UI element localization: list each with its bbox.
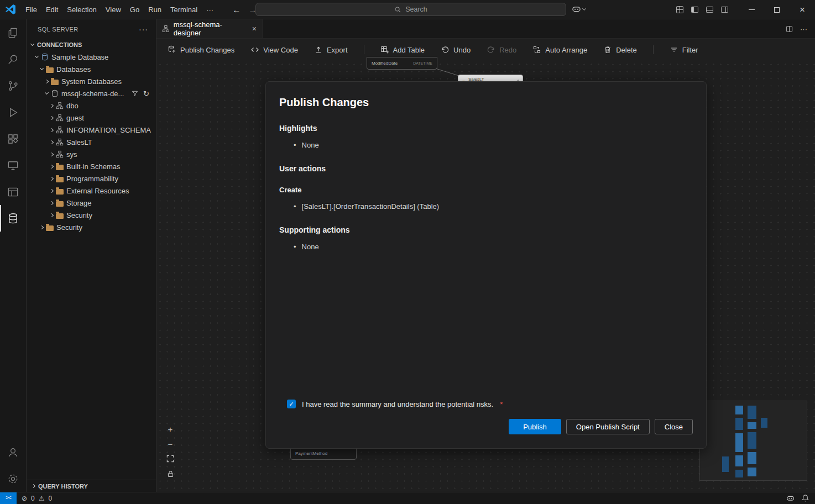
tree-item-security[interactable]: Security bbox=[27, 209, 156, 221]
split-editor-icon[interactable] bbox=[785, 25, 793, 33]
connections-section-header[interactable]: CONNECTIONS bbox=[27, 39, 156, 51]
sidebar-more-actions-icon[interactable]: ··· bbox=[139, 25, 148, 34]
undo-button[interactable]: Undo bbox=[441, 45, 471, 54]
explorer-icon[interactable] bbox=[0, 19, 26, 46]
copilot-status-icon[interactable] bbox=[786, 494, 795, 502]
notifications-bell-icon[interactable] bbox=[801, 494, 809, 502]
redo-button[interactable]: Redo bbox=[487, 45, 516, 54]
account-icon[interactable] bbox=[0, 439, 26, 465]
toggle-panel-icon[interactable] bbox=[704, 4, 715, 15]
menu-selection[interactable]: Selection bbox=[62, 4, 101, 15]
menu-go[interactable]: Go bbox=[126, 4, 144, 15]
refresh-icon[interactable]: ↻ bbox=[143, 90, 149, 98]
remote-explorer-icon[interactable] bbox=[0, 152, 26, 179]
nav-back-icon[interactable]: ← bbox=[232, 5, 241, 14]
extensions-icon[interactable] bbox=[0, 125, 26, 152]
undo-label: Undo bbox=[453, 46, 471, 54]
panels-view-icon[interactable] bbox=[0, 179, 26, 205]
schema-designer-icon bbox=[162, 25, 170, 33]
publish-changes-label: Publish Changes bbox=[180, 46, 234, 54]
filter-button[interactable]: Filter bbox=[670, 45, 698, 54]
close-button[interactable]: Close bbox=[655, 419, 693, 434]
tree-item-programmability[interactable]: Programmability bbox=[27, 172, 156, 185]
vscode-logo-icon bbox=[5, 4, 16, 15]
sql-server-sidebar: SQL SERVER ··· CONNECTIONS Sample Databa… bbox=[27, 19, 156, 492]
delete-button[interactable]: Delete bbox=[603, 45, 637, 54]
lock-button[interactable] bbox=[165, 469, 175, 479]
tree-item-saleslt[interactable]: SalesLT bbox=[27, 136, 156, 148]
copilot-menu[interactable] bbox=[572, 4, 586, 14]
tree-item-sample-database[interactable]: Sample Database bbox=[27, 51, 156, 63]
menu-file[interactable]: File bbox=[21, 4, 41, 15]
chevron-right-icon bbox=[50, 164, 54, 168]
zoom-fit-button[interactable] bbox=[165, 454, 175, 464]
export-button[interactable]: Export bbox=[314, 45, 348, 54]
publish-changes-button[interactable]: Publish Changes bbox=[168, 45, 234, 54]
menu-more[interactable]: ··· bbox=[202, 4, 218, 15]
tree-item-system-databases[interactable]: System Databases bbox=[27, 75, 156, 87]
tree-item-databases[interactable]: Databases bbox=[27, 63, 156, 75]
toggle-secondary-sidebar-icon[interactable] bbox=[719, 4, 730, 15]
risk-acknowledge-checkbox[interactable]: ✓ bbox=[287, 400, 296, 408]
filter-lines-icon bbox=[670, 45, 678, 54]
minimize-button[interactable] bbox=[739, 0, 764, 19]
tree-item-built-in-schemas[interactable]: Built-in Schemas bbox=[27, 160, 156, 172]
database-icon bbox=[41, 53, 49, 61]
zoom-out-button[interactable]: − bbox=[165, 439, 175, 449]
schema-icon bbox=[56, 138, 64, 146]
chevron-down-icon bbox=[35, 54, 39, 58]
command-center-search[interactable]: Search bbox=[255, 3, 566, 16]
open-publish-script-button[interactable]: Open Publish Script bbox=[566, 419, 650, 434]
tree-item-sys[interactable]: sys bbox=[27, 148, 156, 160]
filter-funnel-icon[interactable] bbox=[132, 90, 138, 97]
tab-mssql-schema-designer[interactable]: mssql-schema-designer × bbox=[156, 19, 263, 38]
schema-icon bbox=[56, 114, 64, 122]
tree-item-dbo[interactable]: dbo bbox=[27, 99, 156, 112]
menu-terminal[interactable]: Terminal bbox=[166, 4, 202, 15]
run-debug-icon[interactable] bbox=[0, 99, 26, 125]
source-control-icon[interactable] bbox=[0, 72, 26, 99]
search-icon bbox=[394, 6, 401, 13]
add-table-icon bbox=[380, 45, 389, 54]
menu-run[interactable]: Run bbox=[144, 4, 166, 15]
view-code-button[interactable]: View Code bbox=[250, 45, 298, 54]
sql-server-view-icon[interactable] bbox=[0, 205, 26, 232]
toggle-primary-sidebar-icon[interactable] bbox=[689, 4, 700, 15]
close-window-button[interactable]: × bbox=[790, 0, 815, 19]
search-view-icon[interactable] bbox=[0, 46, 26, 72]
customize-layout-icon[interactable] bbox=[674, 4, 685, 15]
editor-more-actions-icon[interactable]: ··· bbox=[800, 25, 807, 33]
minimap-block bbox=[722, 456, 729, 472]
publish-button[interactable]: Publish bbox=[509, 419, 561, 434]
tree-item-security-top[interactable]: Security bbox=[27, 221, 156, 233]
close-tab-icon[interactable]: × bbox=[252, 24, 257, 33]
zoom-in-button[interactable]: + bbox=[165, 424, 175, 434]
chevron-right-icon bbox=[50, 213, 54, 217]
tree-item-label: dbo bbox=[66, 102, 79, 110]
settings-gear-icon[interactable] bbox=[0, 465, 26, 492]
menu-view[interactable]: View bbox=[101, 4, 126, 15]
menu-edit[interactable]: Edit bbox=[41, 4, 62, 15]
minimap-block bbox=[735, 418, 743, 430]
tree-item-storage[interactable]: Storage bbox=[27, 197, 156, 209]
tree-item-guest[interactable]: guest bbox=[27, 112, 156, 124]
tree-item-label: Sample Database bbox=[51, 53, 108, 61]
minimap-block bbox=[748, 406, 756, 419]
tree-item-mssql-schema-designer-db[interactable]: mssql-schema-de... ↻ bbox=[27, 87, 156, 99]
column-type: DATETIME bbox=[413, 61, 432, 65]
table-row-fragment[interactable]: ModifiedDate DATETIME bbox=[367, 57, 437, 70]
query-history-section-header[interactable]: QUERY HISTORY bbox=[27, 480, 156, 492]
minimap[interactable] bbox=[699, 401, 807, 481]
tree-item-information-schema[interactable]: INFORMATION_SCHEMA bbox=[27, 124, 156, 136]
remote-indicator[interactable]: >< bbox=[0, 492, 17, 504]
warning-count: 0 bbox=[49, 495, 53, 502]
relationship-line bbox=[436, 68, 461, 77]
create-heading: Create bbox=[279, 186, 693, 194]
supporting-item: None bbox=[294, 243, 693, 251]
tree-item-external-resources[interactable]: External Resources bbox=[27, 185, 156, 197]
problems-indicator[interactable]: ⊘0 ⚠0 bbox=[17, 495, 59, 502]
auto-arrange-button[interactable]: Auto Arrange bbox=[532, 45, 587, 54]
add-table-button[interactable]: Add Table bbox=[380, 45, 425, 54]
publish-changes-dialog: Publish Changes Highlights None User act… bbox=[265, 81, 707, 449]
maximize-button[interactable] bbox=[764, 0, 790, 19]
